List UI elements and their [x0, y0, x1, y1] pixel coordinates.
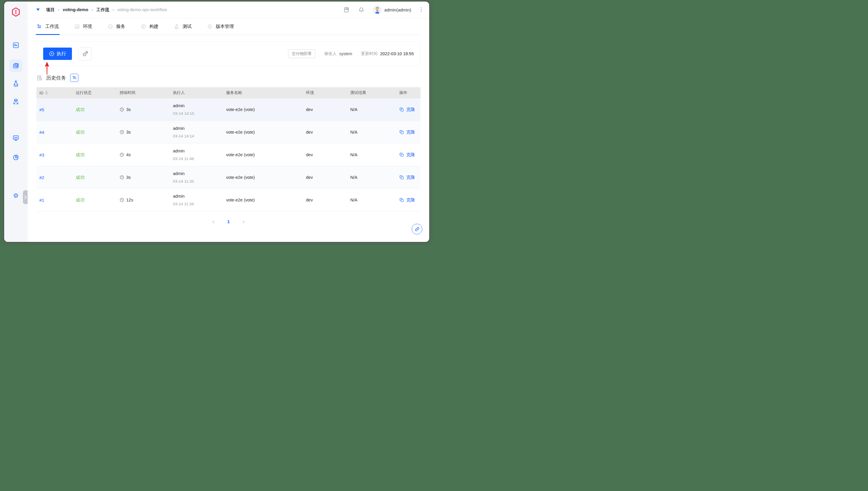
executor-time: 03-14 14:15: [173, 111, 223, 116]
clone-task-link[interactable]: 克隆: [396, 129, 420, 135]
sidebar-item-insight[interactable]: [9, 132, 22, 144]
breadcrumb-project-name[interactable]: voting-demo: [63, 7, 88, 12]
delivery-box-icon: [12, 98, 19, 105]
task-env: dev: [303, 130, 348, 135]
task-env: dev: [303, 198, 348, 202]
tab-test[interactable]: 测试: [174, 18, 192, 35]
task-id-link[interactable]: #1: [36, 198, 73, 203]
duration-value: 12s: [126, 198, 133, 202]
copy-icon: [399, 130, 404, 135]
executor-name: admin: [173, 104, 223, 108]
tab-environment[interactable]: 环境: [74, 18, 92, 35]
test-flask-icon: [174, 24, 179, 29]
clone-task-link[interactable]: 克隆: [396, 175, 420, 180]
task-env: dev: [303, 152, 348, 157]
sidebar-item-stats[interactable]: [9, 151, 22, 164]
workflow-settings-button[interactable]: [79, 47, 92, 60]
sort-carets-icon[interactable]: [45, 91, 48, 95]
docs-book-icon[interactable]: [343, 7, 350, 13]
sidebar-item-projects[interactable]: PM: [9, 59, 22, 72]
tab-build[interactable]: 构建: [141, 18, 158, 35]
page-number-current[interactable]: 1: [227, 219, 230, 224]
executor-time: 03-14 11:34: [173, 202, 223, 206]
clone-task-link[interactable]: 克隆: [396, 197, 420, 203]
kebab-menu-icon[interactable]: [421, 7, 422, 12]
next-page-button[interactable]: [241, 220, 246, 224]
workflow-meta: 交付物部署 修改人 system 更新时间 2022-03-10 18:55: [288, 49, 414, 58]
tab-label: 服务: [116, 24, 125, 30]
tab-label: 版本管理: [216, 24, 234, 30]
prev-page-button[interactable]: [211, 220, 215, 224]
task-id-link[interactable]: #2: [36, 175, 73, 180]
task-executor: admin 03-14 14:15: [170, 104, 223, 116]
bell-icon[interactable]: [358, 7, 364, 13]
run-workflow-button[interactable]: 执行: [43, 48, 72, 60]
funnel-icon: [72, 76, 77, 80]
task-service: vote-e2e (vote): [223, 198, 303, 202]
user-name[interactable]: admin(admin): [384, 7, 411, 12]
breadcrumb: 项目 > voting-demo > 工作流 > voting-demo-ops…: [36, 7, 167, 12]
duration-value: 3s: [126, 175, 131, 180]
project-switcher-caret-icon[interactable]: [36, 8, 40, 11]
project-tabs: 工作流 环境: [36, 18, 420, 35]
task-test-result: N/A: [348, 198, 396, 202]
table-row: #1 成功 12s admin 03-14 11:34 vote-e2e (vo…: [36, 189, 420, 211]
task-test-result: N/A: [348, 175, 396, 180]
task-id-link[interactable]: #4: [36, 130, 73, 135]
sidebar-item-tests[interactable]: [9, 77, 22, 90]
sidebar-item-settings[interactable]: Z: [9, 189, 22, 202]
tab-label: 工作流: [45, 24, 59, 30]
breadcrumb-separator: >: [91, 8, 94, 12]
breadcrumb-separator: >: [112, 8, 115, 12]
table-header-row: ID 运行状态 持续时间 执行人 服务名称 环境 测试结果 操作: [36, 87, 420, 98]
clone-label: 克隆: [406, 107, 415, 113]
workflow-tree-icon: [36, 24, 42, 29]
workflow-action-card: 执行 交付物部署 修改人 system: [36, 41, 420, 66]
dashboard-pulse-icon: [12, 42, 19, 49]
table-row: #3 成功 4s admin 03-14 11:48 vote-e2e (vot…: [36, 144, 420, 166]
clock-icon: [120, 130, 124, 135]
topbar-actions: admin(admin): [343, 6, 422, 14]
table-row: #2 成功 3s admin 03-14 11:35 vote-e2e (vot…: [36, 166, 420, 189]
clone-label: 克隆: [406, 197, 415, 203]
history-doc-clock-icon: [36, 75, 42, 81]
sidebar-item-delivery[interactable]: [9, 95, 22, 108]
play-circle-icon: [49, 51, 54, 56]
task-status: 成功: [73, 197, 117, 203]
task-env: dev: [303, 175, 348, 180]
executor-time: 03-14 11:48: [173, 156, 223, 161]
column-header-test-result: 测试结果: [348, 90, 396, 95]
tab-workflow[interactable]: 工作流: [36, 18, 59, 35]
history-table: ID 运行状态 持续时间 执行人 服务名称 环境 测试结果 操作: [36, 87, 420, 211]
task-duration: 12s: [117, 198, 170, 202]
clone-task-link[interactable]: 克隆: [396, 107, 420, 113]
breadcrumb-projects[interactable]: 项目: [46, 7, 55, 12]
column-header-service: 服务名称: [223, 90, 303, 95]
sidebar-item-dashboard[interactable]: [9, 39, 22, 52]
sidebar-expand-handle[interactable]: [23, 190, 28, 204]
user-avatar[interactable]: [373, 6, 382, 14]
clock-icon: [120, 107, 124, 112]
share-link-button[interactable]: [412, 224, 422, 234]
task-status: 成功: [73, 107, 117, 113]
clock-icon: [120, 198, 124, 202]
service-hexagon-icon: [108, 24, 113, 29]
svg-text:PM: PM: [14, 65, 18, 67]
modified-by-label: 修改人: [324, 51, 336, 56]
task-status: 成功: [73, 152, 117, 158]
settings-gear-icon: Z: [12, 192, 19, 199]
task-id-link[interactable]: #5: [36, 107, 73, 112]
filter-button[interactable]: [70, 74, 79, 82]
tab-services[interactable]: 服务: [108, 18, 125, 35]
page-content: 工作流 环境: [28, 18, 429, 242]
zadig-logo-icon[interactable]: [11, 7, 20, 17]
table-row: #4 成功 3s admin 03-14 14:14 vote-e2e (vot…: [36, 121, 420, 144]
task-executor: admin 03-14 11:34: [170, 194, 223, 206]
column-header-status: 运行状态: [73, 90, 117, 95]
breadcrumb-workflows[interactable]: 工作流: [96, 7, 109, 12]
clone-task-link[interactable]: 克隆: [396, 152, 420, 158]
task-id-link[interactable]: #3: [36, 152, 73, 157]
duration-value: 4s: [126, 152, 131, 157]
tests-flask-icon: [12, 80, 19, 87]
tab-version[interactable]: 版本管理: [207, 18, 234, 35]
